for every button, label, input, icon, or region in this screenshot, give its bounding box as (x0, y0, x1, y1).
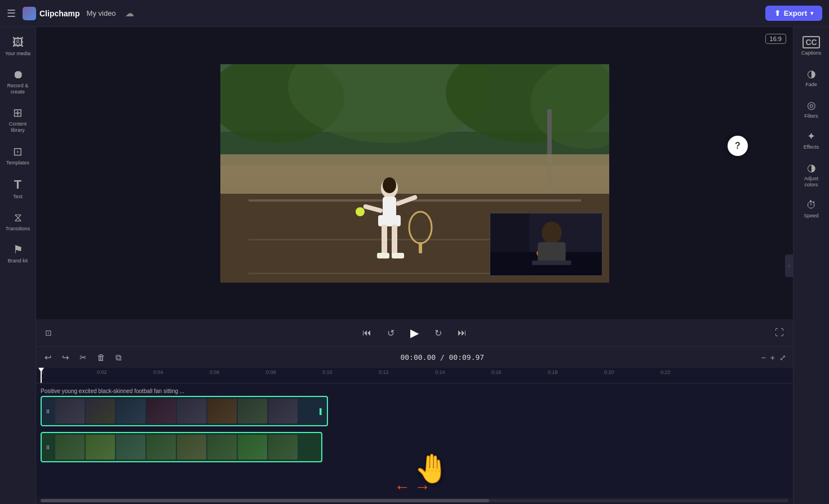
fullscreen-button[interactable]: ⛶ (775, 328, 784, 338)
fit-timeline-button[interactable]: ⤢ (779, 353, 786, 362)
templates-icon: ⊡ (13, 145, 23, 158)
export-upload-icon: ⬆ (774, 9, 781, 17)
ruler-mark-11: 0:22 (660, 369, 671, 375)
svg-rect-33 (490, 213, 529, 275)
frame-8 (268, 399, 298, 423)
right-sidebar: CC Captions ◑ Fade ◎ Filters ✦ Effects ◑… (793, 27, 829, 504)
svg-rect-32 (532, 260, 571, 265)
fade-label: Fade (805, 82, 817, 88)
captions-icon: CC (803, 36, 819, 48)
skip-end-icon: ⏭ (458, 328, 467, 337)
scrollbar-thumb[interactable] (41, 499, 489, 502)
svg-rect-18 (392, 253, 404, 258)
sidebar-item-effects[interactable]: ✦ Effects (795, 126, 828, 155)
help-button[interactable]: ? (728, 136, 748, 156)
export-label: Export (784, 9, 807, 17)
track1-label: Positive young excited black-skinned foo… (41, 388, 322, 394)
svg-rect-14 (378, 215, 401, 226)
hand-cursor-icon: 🤚 (414, 454, 449, 483)
menu-icon[interactable]: ☰ (7, 7, 16, 20)
sidebar-item-captions[interactable]: CC Captions (795, 32, 828, 61)
cloud-sync-icon: ☁ (125, 8, 134, 19)
redo-button[interactable]: ↪ (60, 351, 71, 364)
track1-clip: ⏸ (41, 396, 328, 426)
timeline-scrollbar (36, 497, 793, 504)
playhead[interactable] (41, 368, 42, 383)
sidebar-item-filters[interactable]: ◎ Filters (795, 95, 828, 124)
track2-pause-icon: ⏸ (45, 444, 51, 451)
ruler-mark-2: 0:04 (153, 369, 163, 375)
fullscreen-icon: ⛶ (775, 328, 784, 337)
skip-to-end-button[interactable]: ⏭ (455, 325, 469, 340)
sidebar-item-speed[interactable]: ⏱ Speed (795, 195, 828, 224)
project-title[interactable]: My video (87, 9, 116, 17)
delete-button[interactable]: 🗑 (95, 351, 107, 364)
collapse-right-panel-button[interactable]: ‹ (785, 255, 793, 277)
text-icon: T (14, 177, 21, 192)
sidebar-item-text[interactable]: T Text (2, 173, 34, 204)
pip-video (490, 213, 602, 276)
sidebar-label-transitions: Transitions (6, 226, 30, 232)
frame-1 (55, 399, 85, 423)
speed-icon: ⏱ (806, 199, 817, 211)
timeline-area: ↩ ↪ ✂ 🗑 ⧉ 00:00.00 / 00:09.97 − + ⤢ (36, 346, 793, 504)
sidebar-item-content-library[interactable]: ⊞ Contentlibrary (2, 101, 34, 138)
svg-point-23 (356, 207, 365, 216)
sidebar-label-record: Record &create (7, 83, 29, 95)
sidebar-item-templates[interactable]: ⊡ Templates (2, 140, 34, 171)
zoom-out-button[interactable]: − (761, 353, 766, 362)
cut-button[interactable]: ✂ (78, 351, 88, 364)
svg-point-24 (383, 177, 396, 193)
sidebar-item-fade[interactable]: ◑ Fade (795, 63, 828, 92)
aspect-ratio-badge[interactable]: 16:9 (765, 34, 786, 44)
logo-icon (23, 7, 36, 20)
sidebar-item-your-media[interactable]: 🖼 Your media (2, 32, 34, 61)
center-area: 16:9 (36, 27, 793, 504)
sidebar-label-your-media: Your media (5, 51, 30, 57)
undo-button[interactable]: ↩ (43, 351, 54, 364)
svg-rect-16 (392, 225, 397, 256)
sidebar-item-record-create[interactable]: ⏺ Record &create (2, 64, 34, 100)
total-time: 00:09.97 (449, 353, 485, 362)
play-pause-button[interactable]: ▶ (408, 324, 421, 342)
time-separator: / (440, 353, 449, 362)
ruler-mark-10: 0:20 (604, 369, 614, 375)
ruler-container: 0 0:02 0:04 0:06 0:08 0:10 0:12 0:14 0:1… (41, 369, 788, 381)
rewind-5s-button[interactable]: ↺ (385, 325, 397, 341)
zoom-in-button[interactable]: + (770, 353, 775, 362)
adjust-colors-label: Adjustcolors (804, 176, 818, 188)
sidebar-item-brand-kit[interactable]: ⚑ Brand kit (2, 238, 34, 269)
sidebar-item-adjust-colors[interactable]: ◑ Adjustcolors (795, 157, 828, 193)
forward-5s-button[interactable]: ↻ (432, 325, 444, 341)
timeline-toolbar: ↩ ↪ ✂ 🗑 ⧉ 00:00.00 / 00:09.97 − + ⤢ (36, 346, 793, 368)
track1[interactable]: ⏸ (41, 396, 788, 426)
filters-icon: ◎ (807, 99, 816, 111)
svg-rect-7 (220, 154, 609, 199)
topbar: ☰ Clipchamp My video ☁ ⬆ Export ▾ (0, 0, 829, 27)
main-video (220, 64, 609, 283)
captions-toggle-button[interactable]: ⊡ (45, 328, 52, 337)
app-name: Clipchamp (39, 9, 80, 18)
frame-4 (147, 399, 176, 423)
timeline-timecode: 00:00.00 / 00:09.97 (130, 353, 755, 362)
sidebar-item-transitions[interactable]: ⧖ Transitions (2, 207, 34, 237)
ruler-mark-4: 0:08 (266, 369, 276, 375)
skip-to-start-button[interactable]: ⏮ (360, 325, 374, 340)
video-container (220, 64, 609, 283)
scrollbar-track[interactable] (41, 499, 788, 502)
skip-start-icon: ⏮ (362, 328, 371, 337)
export-button[interactable]: ⬆ Export ▾ (765, 6, 822, 21)
track1-container: Positive young excited black-skinned foo… (41, 388, 788, 426)
effects-label: Effects (804, 144, 819, 150)
frame-6 (207, 399, 237, 423)
track1-end-icon: ▌ (320, 408, 323, 414)
timeline-ruler: 0 0:02 0:04 0:06 0:08 0:10 0:12 0:14 0:1… (36, 368, 793, 383)
media-icon: 🖼 (12, 36, 24, 49)
forward-5s-icon: ↻ (435, 328, 442, 338)
main-content: 🖼 Your media ⏺ Record &create ⊞ Contentl… (0, 27, 829, 504)
pip-content (490, 213, 602, 275)
transitions-icon: ⧖ (14, 211, 22, 224)
content-library-icon: ⊞ (13, 106, 23, 119)
copy-button[interactable]: ⧉ (114, 351, 123, 364)
svg-rect-21 (419, 242, 422, 253)
